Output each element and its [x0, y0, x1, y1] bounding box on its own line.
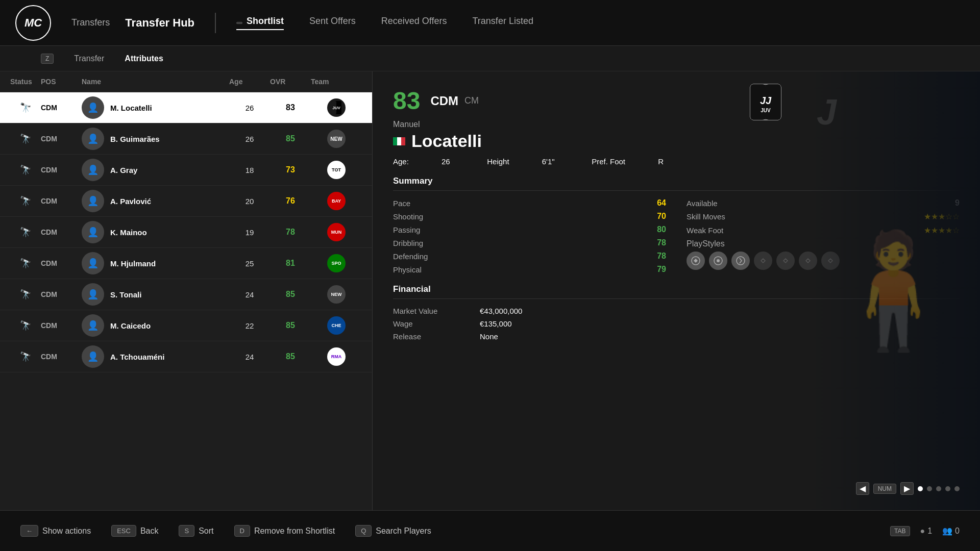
status-icon: 🔭: [10, 102, 41, 113]
back-key: ESC: [111, 525, 136, 537]
pagination-dots: ◀ NUM ▶: [856, 482, 960, 495]
table-row[interactable]: 🔭 CDM 👤 M. Locatelli 26 83 JUV: [0, 92, 372, 123]
show-actions-button[interactable]: ← Show actions: [20, 525, 91, 537]
stat-label-playstyles: PlayStyles: [687, 239, 725, 248]
player-info: 👤 S. Tonali: [82, 283, 229, 306]
player-ovr: 83: [270, 103, 311, 112]
table-row[interactable]: 🔭 CDM 👤 A. Pavlović 20 76 BAY: [0, 186, 372, 217]
stat-row-passing: Passing 80: [393, 225, 666, 234]
player-name: M. Caicedo: [110, 321, 151, 330]
age-label: Age:: [393, 157, 409, 166]
page-dot-3[interactable]: [936, 486, 941, 491]
player-name: M. Hjulmand: [110, 259, 156, 268]
player-info: 👤 B. Guimarães: [82, 128, 229, 150]
search-players-button[interactable]: Q Search Players: [355, 525, 431, 537]
team-badge: NEW: [311, 285, 362, 304]
player-ovr: 78: [270, 228, 311, 237]
page-dot-5[interactable]: [954, 486, 960, 491]
stat-label-pace: Pace: [393, 199, 410, 208]
status-icon: 🔭: [10, 351, 41, 362]
player-age: 20: [229, 197, 270, 206]
stat-row-physical: Physical 79: [393, 265, 666, 274]
player-foot: R: [658, 157, 664, 166]
table-row[interactable]: 🔭 CDM 👤 A. Gray 18 73 TOT: [0, 155, 372, 186]
player-info: 👤 M. Caicedo: [82, 314, 229, 337]
top-navigation: MC Transfers Transfer Hub Shortlist Sent…: [0, 0, 980, 46]
left-stats: Pace 64 Shooting 70 Passing 80 Dribbling…: [393, 198, 666, 274]
table-row[interactable]: 🔭 CDM 👤 M. Caicedo 22 85 CHE: [0, 310, 372, 341]
back-button[interactable]: ESC Back: [111, 525, 158, 537]
player-pos: CDM: [41, 321, 82, 330]
release-value: None: [480, 332, 498, 341]
juventus-badge: JUV: [329, 100, 344, 115]
avatar: 👤: [82, 190, 104, 212]
stat-row-shooting: Shooting 70: [393, 212, 666, 221]
table-row[interactable]: 🔭 CDM 👤 S. Tonali 24 85 NEW: [0, 279, 372, 310]
player-age: 18: [229, 166, 270, 174]
foot-label: Pref. Foot: [592, 157, 625, 166]
search-key: Q: [355, 525, 372, 537]
jersey-text: J: [817, 92, 837, 133]
page-dot-4[interactable]: [945, 486, 950, 491]
team-badge: SPO: [311, 254, 362, 272]
remove-label: Remove from Shortlist: [254, 527, 335, 536]
binoculars-icon: 🔭: [20, 351, 31, 362]
sort-key: S: [179, 525, 194, 537]
player-ovr: 81: [270, 259, 311, 268]
status-icon: 🔭: [10, 289, 41, 300]
avatar: 👤: [82, 128, 104, 150]
col-status[interactable]: Status: [10, 78, 41, 86]
player-pos: CDM: [41, 259, 82, 267]
remove-shortlist-button[interactable]: D Remove from Shortlist: [234, 525, 335, 537]
playstyle-icon-5: [776, 252, 795, 270]
player-age: 26: [229, 104, 270, 112]
player-detail-panel: JJ JUV 🧍 J 83 CDM CM Manuel Locatelli: [373, 71, 980, 510]
col-team: Team: [311, 78, 362, 86]
avatar: 👤: [82, 96, 104, 119]
table-row[interactable]: 🔭 CDM 👤 B. Guimarães 26 85 NEW: [0, 123, 372, 155]
tab-received-offers[interactable]: Received Offers: [381, 16, 447, 30]
stat-value-dribbling: 78: [657, 238, 666, 247]
svg-point-12: [737, 257, 745, 265]
page-dot-2[interactable]: [927, 486, 932, 491]
tab-sent-offers[interactable]: Sent Offers: [309, 16, 356, 30]
page-dot-1[interactable]: [918, 486, 923, 491]
player-age: 24: [229, 353, 270, 361]
app-logo: MC: [15, 5, 51, 41]
sort-button[interactable]: S Sort: [179, 525, 213, 537]
nav-transfers[interactable]: Transfers: [71, 17, 110, 28]
player-age: 26: [229, 135, 270, 143]
back-label: Back: [140, 527, 159, 536]
table-row[interactable]: 🔭 CDM 👤 M. Hjulmand 25 81 SPO: [0, 248, 372, 279]
release-label: Release: [393, 332, 459, 341]
team-badge: CHE: [311, 316, 362, 335]
nationality-flag: [393, 137, 405, 145]
table-row[interactable]: 🔭 CDM 👤 K. Mainoo 19 78 MUN: [0, 217, 372, 248]
player-age-detail: 26: [442, 157, 450, 166]
page-next-arrow[interactable]: ▶: [900, 482, 914, 495]
player-age: 25: [229, 259, 270, 268]
hud-circle-count: ● 1: [920, 527, 933, 536]
page-prev-arrow[interactable]: ◀: [856, 482, 869, 495]
shortlist-key: [236, 22, 242, 24]
stat-label-available: Available: [687, 199, 718, 208]
stat-value-passing: 80: [657, 225, 666, 234]
stat-value-shooting: 70: [657, 212, 666, 221]
tab-shortlist[interactable]: Shortlist: [236, 16, 284, 30]
hud-tab: TAB: [890, 526, 910, 536]
player-info: 👤 A. Tchouaméni: [82, 345, 229, 368]
team-badge: BAY: [311, 192, 362, 210]
show-actions-label: Show actions: [42, 527, 91, 536]
table-row[interactable]: 🔭 CDM 👤 A. Tchouaméni 24 85 RMA: [0, 341, 372, 372]
tab-transfer-listed[interactable]: Transfer Listed: [473, 16, 533, 30]
player-name: A. Pavlović: [110, 197, 151, 206]
sub-tab-transfer[interactable]: Transfer: [74, 54, 104, 63]
sort-label: Sort: [199, 527, 213, 536]
sub-tab-attributes[interactable]: Attributes: [125, 54, 163, 63]
nav-tabs: Shortlist Sent Offers Received Offers Tr…: [236, 16, 533, 30]
player-ovr: 85: [270, 352, 311, 361]
stat-label-skill-moves: Skill Moves: [687, 212, 725, 221]
stat-value-physical: 79: [657, 265, 666, 274]
stat-row-defending: Defending 78: [393, 252, 666, 261]
avatar: 👤: [82, 283, 104, 306]
